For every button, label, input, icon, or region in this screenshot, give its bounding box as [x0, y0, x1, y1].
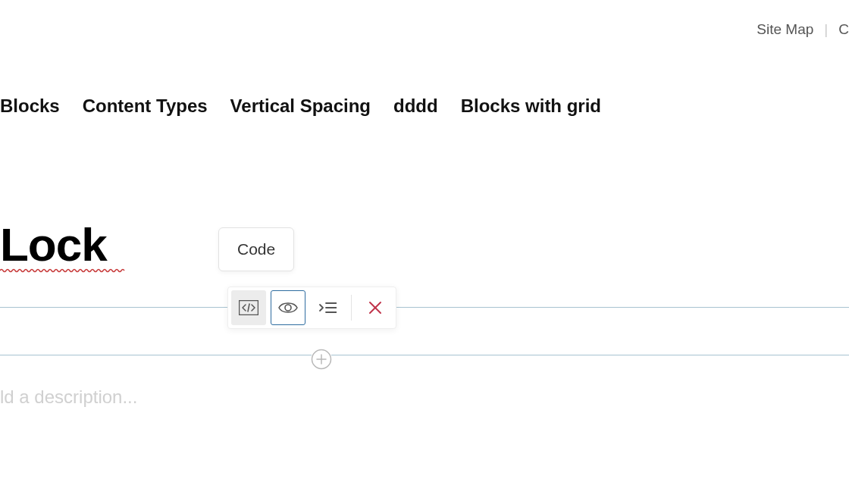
- indent-icon: [318, 300, 337, 315]
- svg-line-1: [248, 304, 249, 311]
- indent-button[interactable]: [310, 290, 345, 325]
- link-divider: |: [824, 21, 828, 38]
- eye-icon: [277, 300, 299, 315]
- nav-tab-blocks[interactable]: Blocks: [0, 95, 60, 117]
- close-button[interactable]: [358, 290, 393, 325]
- top-links: Site Map | C: [757, 21, 849, 38]
- description-input[interactable]: [0, 387, 455, 408]
- code-icon: [239, 300, 258, 315]
- code-tooltip: Code: [218, 227, 294, 271]
- nav-tab-vertical-spacing[interactable]: Vertical Spacing: [230, 95, 371, 117]
- svg-point-2: [285, 305, 291, 311]
- close-icon: [368, 301, 382, 315]
- nav-tab-blocks-grid[interactable]: Blocks with grid: [461, 95, 601, 117]
- nav-tab-dddd[interactable]: dddd: [393, 95, 438, 117]
- add-block-button[interactable]: [311, 349, 332, 370]
- nav-tabs: Blocks Content Types Vertical Spacing dd…: [0, 95, 601, 117]
- page-title[interactable]: Lock: [0, 218, 107, 271]
- top-link-partial[interactable]: C: [838, 21, 849, 38]
- block-toolbar: [227, 286, 396, 329]
- toolbar-separator: [351, 295, 352, 321]
- plus-circle-icon: [311, 349, 332, 370]
- preview-button[interactable]: [271, 290, 305, 325]
- site-map-link[interactable]: Site Map: [757, 21, 813, 38]
- code-button[interactable]: [231, 290, 266, 325]
- nav-tab-content-types[interactable]: Content Types: [83, 95, 208, 117]
- insert-divider-line: [0, 355, 849, 355]
- block-divider-line: [0, 307, 849, 308]
